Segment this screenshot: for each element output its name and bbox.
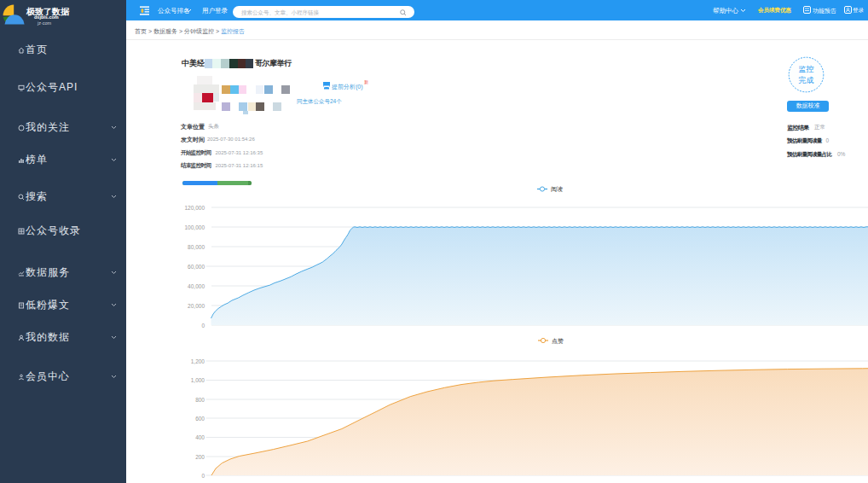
svg-text:100,000: 100,000 [185,224,205,230]
svg-text:20,000: 20,000 [188,303,205,309]
svg-text:0: 0 [201,473,205,479]
svg-text:1,000: 1,000 [191,377,205,383]
svg-text:1,200: 1,200 [191,358,205,364]
svg-text:点赞: 点赞 [552,338,564,345]
svg-text:40,000: 40,000 [188,283,205,289]
svg-text:完成: 完成 [799,76,814,84]
svg-text:阅读: 阅读 [551,186,563,193]
svg-text:0: 0 [201,323,205,329]
svg-text:400: 400 [195,434,205,440]
svg-text:600: 600 [195,416,205,422]
svg-text:120,000: 120,000 [185,205,205,211]
svg-text:80,000: 80,000 [188,244,205,250]
svg-text:800: 800 [195,397,205,403]
svg-text:60,000: 60,000 [188,264,205,270]
svg-text:200: 200 [195,454,205,460]
svg-text:监控: 监控 [799,65,814,73]
